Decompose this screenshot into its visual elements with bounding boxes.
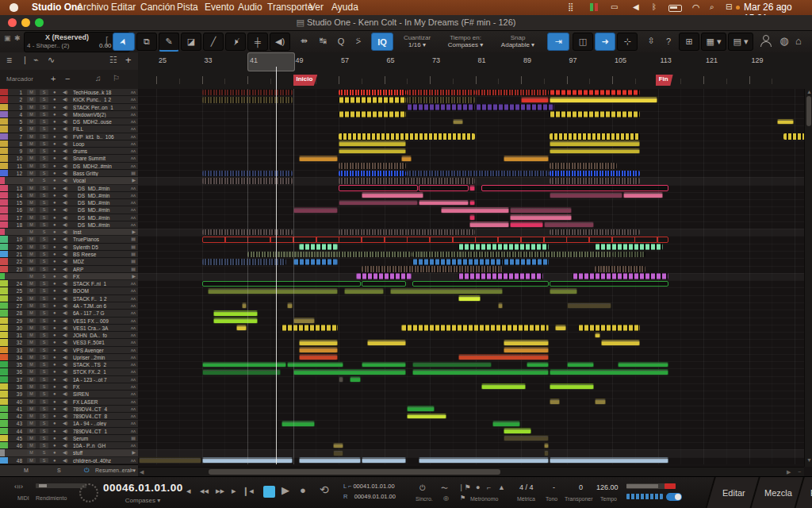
- monitor-button[interactable]: ◀): [63, 414, 68, 419]
- track-row-25[interactable]: 25MS●◀)BOOMʌʌ: [0, 287, 138, 294]
- track-color-chip[interactable]: [0, 325, 8, 331]
- track-color-chip[interactable]: [0, 206, 8, 213]
- mute-button[interactable]: M: [27, 134, 36, 140]
- mute-button[interactable]: M: [27, 119, 36, 125]
- clip[interactable]: [469, 214, 474, 221]
- track-row-3[interactable]: 3MS●◀)STACK Per..on_1ʌʌ: [0, 104, 138, 111]
- add-track-button[interactable]: +: [125, 54, 132, 66]
- mute-button[interactable]: M: [27, 391, 36, 397]
- solo-button[interactable]: S: [40, 443, 48, 448]
- layers-button[interactable]: ⇳: [642, 33, 660, 49]
- mute-button[interactable]: M: [27, 112, 36, 117]
- mute-button[interactable]: M: [27, 90, 36, 95]
- range-tool-button[interactable]: ⧉: [136, 33, 157, 51]
- record-arm-button[interactable]: ●: [53, 237, 56, 242]
- mute-button[interactable]: M: [27, 414, 36, 419]
- clip[interactable]: [550, 163, 617, 169]
- clip[interactable]: [550, 140, 640, 147]
- clip[interactable]: [293, 259, 339, 265]
- monitor-button[interactable]: ◀): [63, 436, 68, 441]
- clip[interactable]: [407, 171, 549, 177]
- iq-quantize-button[interactable]: IQ: [371, 33, 393, 51]
- track-name[interactable]: Loop: [73, 141, 124, 147]
- track-color-chip[interactable]: [0, 104, 8, 110]
- solo-button[interactable]: S: [40, 171, 48, 176]
- clip[interactable]: [510, 207, 572, 214]
- clip[interactable]: [282, 421, 315, 427]
- clip[interactable]: [339, 178, 475, 184]
- clip[interactable]: [293, 369, 407, 375]
- clip[interactable]: [544, 221, 595, 228]
- clip[interactable]: [344, 288, 383, 294]
- record-arm-button[interactable]: ●: [53, 399, 56, 405]
- track-color-chip[interactable]: [0, 221, 8, 228]
- clip[interactable]: [469, 200, 474, 206]
- track-name[interactable]: SIREN: [73, 391, 124, 397]
- mute-button[interactable]: M: [27, 156, 36, 161]
- clip[interactable]: [333, 450, 343, 456]
- stats-icon[interactable]: ⣿: [568, 2, 573, 11]
- monitor-button[interactable]: ◀): [63, 362, 68, 368]
- clip[interactable]: [202, 281, 361, 287]
- scroll-left-icon[interactable]: ◀: [140, 469, 144, 475]
- clip[interactable]: [282, 325, 338, 331]
- clip[interactable]: [139, 457, 201, 464]
- record-arm-button[interactable]: ●: [53, 267, 56, 272]
- mute-button[interactable]: M: [27, 399, 36, 405]
- return-to-start-button[interactable]: ❙◂: [242, 486, 254, 496]
- performance-label[interactable]: Rendimiento: [36, 495, 67, 501]
- automation-icon[interactable]: ▣: [4, 34, 11, 42]
- tool-curve-icon[interactable]: ⌁: [33, 55, 39, 65]
- solo-button[interactable]: S: [40, 369, 48, 375]
- record-arm-button[interactable]: ●: [53, 200, 56, 206]
- track-row-29[interactable]: 29MS●◀)VES1 FX .. 009ʌʌ: [0, 318, 138, 325]
- clip[interactable]: [202, 259, 287, 265]
- record-arm-button[interactable]: ●: [53, 119, 56, 125]
- track-row-45[interactable]: 45MS●◀)Serum▤: [0, 435, 138, 442]
- loop-flag-icon[interactable]: ⚑: [460, 495, 465, 502]
- solo-button[interactable]: S: [40, 421, 48, 426]
- track-color-chip[interactable]: [0, 354, 8, 360]
- track-row-28[interactable]: 28MS●◀)6A - 117 ..7 Gʌʌ: [0, 310, 138, 317]
- mute-button[interactable]: M: [27, 97, 36, 102]
- mute-button[interactable]: M: [27, 296, 36, 302]
- track-color-chip[interactable]: [0, 420, 8, 426]
- clip[interactable]: [550, 281, 668, 287]
- clip[interactable]: [521, 97, 549, 103]
- clip[interactable]: [550, 369, 668, 375]
- clip[interactable]: [550, 148, 640, 155]
- record-arm-button[interactable]: ●: [53, 126, 56, 132]
- autoscroll-button[interactable]: ⇻: [295, 33, 312, 49]
- clip[interactable]: [401, 325, 549, 331]
- record-arm-button[interactable]: ●: [53, 215, 56, 221]
- ram-meter-icon[interactable]: [595, 3, 598, 11]
- record-arm-button[interactable]: ●: [53, 325, 56, 331]
- track-color-chip[interactable]: [0, 383, 8, 390]
- clip[interactable]: [504, 340, 549, 346]
- solo-button[interactable]: S: [40, 333, 48, 338]
- folder-row-fx[interactable]: MS●◀)FX▶: [0, 273, 138, 280]
- flag-icon[interactable]: ⚐: [113, 74, 120, 83]
- mute-button[interactable]: M: [27, 443, 36, 448]
- solo-button[interactable]: S: [40, 112, 48, 117]
- clip[interactable]: [567, 362, 595, 368]
- clip[interactable]: [407, 104, 474, 110]
- folder-row-inst[interactable]: MS●◀)Inst▶: [0, 229, 138, 236]
- cpu-meter-icon[interactable]: [590, 3, 593, 11]
- track-name[interactable]: 789DV4..CT_4: [73, 406, 124, 412]
- track-name[interactable]: STACK F.._1 2: [73, 296, 124, 302]
- menu-item-studio one[interactable]: Studio One: [32, 2, 82, 13]
- track-name[interactable]: TechHouse..k 18: [73, 90, 124, 95]
- mute-button[interactable]: M: [27, 377, 36, 383]
- clip[interactable]: [618, 362, 668, 368]
- clip[interactable]: [299, 340, 338, 346]
- monitor-button[interactable]: ◀): [63, 325, 68, 331]
- clip[interactable]: [595, 244, 662, 250]
- wifi-icon[interactable]: ◠: [692, 2, 700, 13]
- track-name[interactable]: KICK Punc.._1 2: [73, 97, 124, 102]
- track-name[interactable]: DS_MDH2..#min: [73, 164, 124, 169]
- track-name[interactable]: 10A - P..n_GH: [73, 443, 124, 448]
- clip[interactable]: [504, 347, 549, 353]
- clip[interactable]: [595, 398, 605, 405]
- clip[interactable]: [339, 148, 406, 155]
